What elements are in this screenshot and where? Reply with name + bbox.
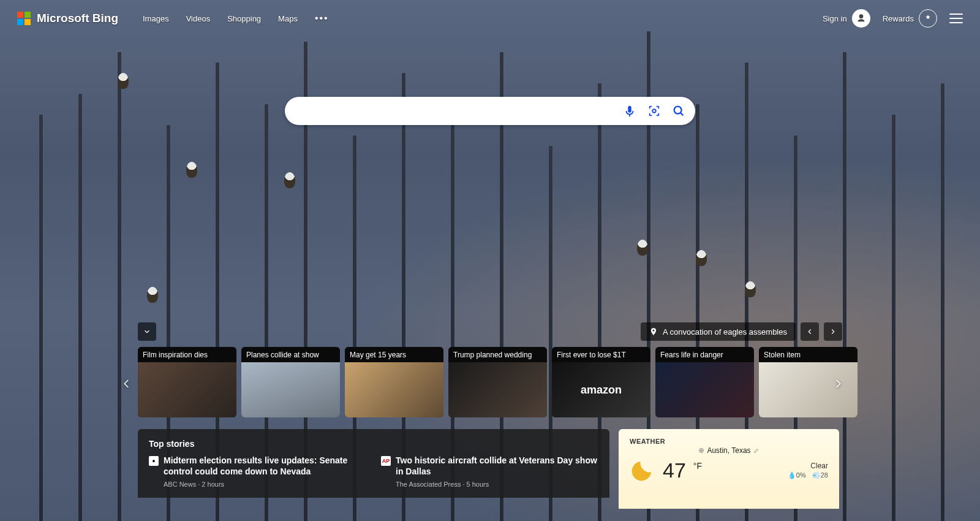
weather-unit: °F bbox=[693, 461, 702, 471]
carousel-card-image bbox=[241, 362, 340, 417]
nav-link-maps[interactable]: Maps bbox=[278, 10, 298, 27]
story-headline: Two historic aircraft collide at Veteran… bbox=[396, 455, 598, 477]
source-icon: ● bbox=[149, 456, 159, 466]
top-stories-panel: Top stories ● Midterm election results l… bbox=[138, 429, 609, 498]
weather-card[interactable]: WEATHER Austin, Texas 47 °F Clear 💧0% 💨2… bbox=[619, 429, 839, 509]
header: Microsoft Bing Images Videos Shopping Ma… bbox=[0, 0, 980, 37]
source-icon: AP bbox=[381, 456, 391, 466]
weather-wind: 💨28 bbox=[812, 471, 828, 479]
svg-point-3 bbox=[699, 449, 704, 453]
sign-in-button[interactable]: Sign in bbox=[823, 9, 870, 28]
carousel-card-image bbox=[655, 362, 754, 417]
medal-icon bbox=[919, 9, 937, 28]
user-icon bbox=[852, 9, 870, 28]
brand-name: Microsoft Bing bbox=[37, 12, 118, 25]
carousel-card-image bbox=[345, 362, 443, 417]
weather-condition: Clear bbox=[788, 462, 828, 470]
hamburger-menu-button[interactable] bbox=[949, 13, 963, 23]
carousel-card-image bbox=[138, 362, 236, 417]
carousel-card[interactable]: Fears life in danger bbox=[655, 347, 754, 417]
story-meta: The Associated Press · 5 hours bbox=[396, 481, 598, 488]
carousel-card-title: May get 15 years bbox=[345, 347, 443, 363]
carousel-card-image: amazon bbox=[552, 362, 650, 417]
carousel-card-image bbox=[448, 362, 547, 417]
story-item[interactable]: ● Midterm election results live updates:… bbox=[149, 455, 366, 488]
moon-icon bbox=[630, 457, 655, 483]
story-headline: Midterm election results live updates: S… bbox=[164, 455, 366, 477]
image-next-button[interactable] bbox=[824, 322, 842, 341]
carousel-next-button[interactable] bbox=[831, 371, 845, 396]
weather-temp: 47 bbox=[663, 458, 686, 482]
brand-logo[interactable]: Microsoft Bing bbox=[17, 12, 118, 25]
carousel-card[interactable]: May get 15 years bbox=[345, 347, 443, 417]
carousel-prev-button[interactable] bbox=[119, 371, 134, 396]
search-input[interactable] bbox=[297, 105, 623, 116]
svg-point-1 bbox=[674, 107, 682, 114]
carousel-card-title: Stolen item bbox=[759, 347, 858, 363]
search-box bbox=[285, 97, 695, 125]
carousel-card-title: Trump planned wedding bbox=[448, 347, 547, 363]
nav-link-shopping[interactable]: Shopping bbox=[227, 10, 261, 27]
weather-heading: WEATHER bbox=[630, 438, 828, 445]
image-caption-button[interactable]: A convocation of eagles assembles bbox=[641, 322, 796, 341]
image-caption-text: A convocation of eagles assembles bbox=[663, 327, 787, 337]
top-stories-heading: Top stories bbox=[149, 439, 598, 449]
trending-carousel: Film inspiration diesPlanes collide at s… bbox=[138, 347, 980, 417]
microsoft-logo-icon bbox=[17, 12, 31, 25]
carousel-card[interactable]: Planes collide at show bbox=[241, 347, 340, 417]
image-prev-button[interactable] bbox=[801, 322, 819, 341]
nav-more-button[interactable]: ••• bbox=[315, 13, 329, 24]
carousel-card-title: Planes collide at show bbox=[241, 347, 340, 363]
carousel-card-title: Fears life in danger bbox=[655, 347, 754, 363]
weather-location[interactable]: Austin, Texas bbox=[630, 446, 828, 455]
edit-icon[interactable] bbox=[753, 447, 760, 454]
carousel-card[interactable]: Trump planned wedding bbox=[448, 347, 547, 417]
svg-point-0 bbox=[652, 109, 656, 113]
carousel-card-title: First ever to lose $1T bbox=[552, 347, 650, 363]
weather-precip: 💧0% bbox=[788, 471, 806, 479]
sign-in-label: Sign in bbox=[823, 14, 847, 23]
carousel-card[interactable]: Film inspiration dies bbox=[138, 347, 236, 417]
story-meta: ABC News · 2 hours bbox=[164, 481, 366, 488]
location-pin-icon bbox=[649, 327, 658, 336]
story-item[interactable]: AP Two historic aircraft collide at Vete… bbox=[381, 455, 598, 488]
location-target-icon bbox=[698, 447, 704, 454]
search-icon[interactable] bbox=[672, 104, 685, 118]
rewards-button[interactable]: Rewards bbox=[883, 9, 937, 28]
nav-links: Images Videos Shopping Maps bbox=[143, 10, 298, 27]
nav-link-videos[interactable]: Videos bbox=[186, 10, 211, 27]
scroll-down-button[interactable] bbox=[138, 322, 156, 341]
carousel-card-title: Film inspiration dies bbox=[138, 347, 236, 363]
microphone-icon[interactable] bbox=[623, 104, 636, 118]
svg-point-2 bbox=[701, 450, 703, 452]
nav-link-images[interactable]: Images bbox=[143, 10, 169, 27]
rewards-label: Rewards bbox=[883, 14, 914, 23]
carousel-card[interactable]: First ever to lose $1Tamazon bbox=[552, 347, 650, 417]
visual-search-icon[interactable] bbox=[647, 104, 661, 118]
image-info-bar: A convocation of eagles assembles bbox=[641, 322, 842, 341]
